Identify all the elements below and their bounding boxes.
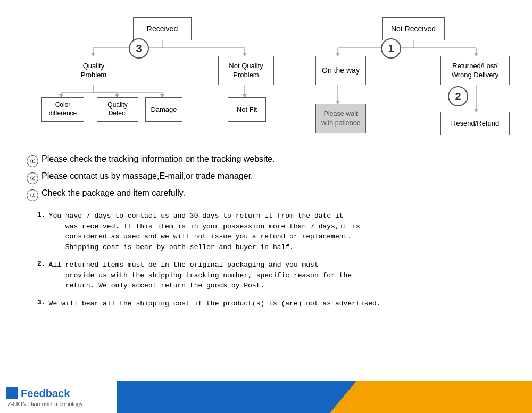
not-received-box: Not Received (382, 17, 445, 40)
damage-box: Damage (145, 97, 182, 122)
please-wait-box: Please waitwith patience (315, 104, 366, 133)
instruction-1-text: Please check the tracking information on… (41, 154, 275, 164)
color-difference-box: Colordifference (41, 97, 84, 122)
feedback-brand: Feedback (21, 387, 70, 400)
policy-text-2: All returned items must be in the origin… (49, 260, 352, 291)
circle-2: 2 (448, 86, 468, 106)
policy-item-3: 3. We will bear all the shipping cost if… (37, 299, 495, 309)
instruction-3: ③ Check the package and item carefully. (27, 188, 505, 201)
policy-item-2: 2. All returned items must be in the ori… (37, 260, 495, 291)
returned-lost-box: Returned/Lost/Wrong Delivery (440, 56, 510, 85)
instruction-2: ② Please contact us by massage,E-mail,or… (27, 171, 505, 184)
feedback-icon (6, 387, 18, 399)
instruction-2-text: Please contact us by massage,E-mail,or t… (41, 171, 253, 181)
resend-refund-box: Resend/Refund (440, 112, 510, 135)
instruction-3-text: Check the package and item carefully. (41, 188, 185, 198)
footer-white-box: Feedback Z-LION Diamond Technology (0, 381, 117, 413)
circle-num-2: ② (27, 172, 38, 184)
quality-problem-box: QualityProblem (64, 56, 123, 85)
footer: Feedback Z-LION Diamond Technology (0, 381, 532, 413)
main-content: Received 3 QualityProblem Not QualityPro… (0, 0, 532, 324)
not-fit-box: Not Fit (228, 97, 266, 122)
not-quality-problem-box: Not QualityProblem (218, 56, 274, 85)
policy-text-1: You have 7 days to contact us and 30 day… (49, 211, 360, 252)
feedback-subtitle: Z-LION Diamond Technology (6, 401, 117, 407)
circle-3: 3 (129, 38, 149, 59)
policy-num-2: 2. (37, 260, 46, 268)
policy-section: 1. You have 7 days to contact us and 30 … (11, 208, 521, 319)
received-box: Received (133, 17, 192, 40)
instructions-section: ① Please check the tracking information … (11, 149, 521, 208)
on-the-way-box: On the way (315, 56, 366, 85)
instruction-1: ① Please check the tracking information … (27, 154, 505, 167)
circle-1: 1 (381, 38, 401, 59)
policy-item-1: 1. You have 7 days to contact us and 30 … (37, 211, 495, 252)
quality-defect-box: QualityDefect (97, 97, 138, 122)
policy-text-3: We will bear all the shipping cost if th… (49, 299, 381, 309)
feedback-logo-row: Feedback (6, 387, 117, 400)
circle-num-3: ③ (27, 189, 38, 201)
policy-num-3: 3. (37, 299, 46, 307)
flowchart: Received 3 QualityProblem Not QualityPro… (11, 5, 521, 149)
footer-yellow-bg (330, 381, 532, 413)
policy-num-1: 1. (37, 211, 46, 219)
circle-num-1: ① (27, 155, 38, 167)
